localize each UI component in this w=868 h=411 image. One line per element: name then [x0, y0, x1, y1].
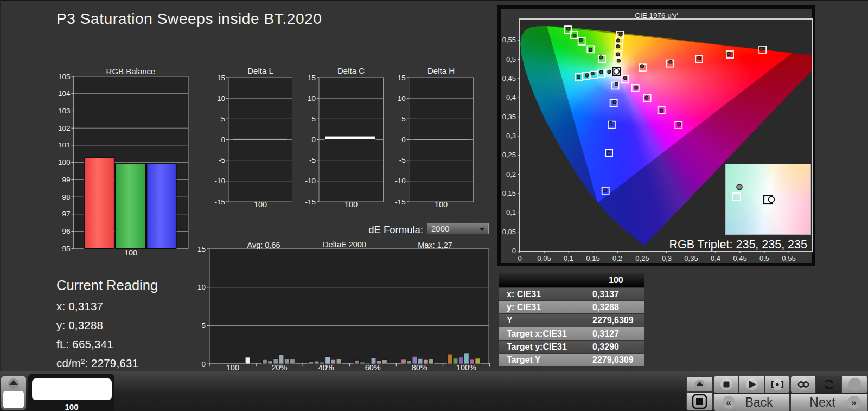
svg-text:10: 10: [308, 94, 316, 102]
svg-text:97: 97: [62, 210, 70, 218]
svg-text:105: 105: [58, 73, 71, 81]
svg-text:Next: Next: [809, 395, 835, 409]
svg-text:5: 5: [221, 115, 225, 123]
svg-text:10: 10: [398, 94, 406, 102]
svg-text:101: 101: [58, 141, 71, 149]
svg-text:Back: Back: [745, 395, 773, 409]
svg-text:5: 5: [201, 322, 206, 330]
svg-text:Delta L: Delta L: [247, 66, 273, 75]
svg-text:100: 100: [435, 200, 448, 209]
svg-text:RGB Balance: RGB Balance: [106, 67, 156, 76]
svg-text:98: 98: [62, 193, 70, 201]
svg-text:10: 10: [217, 94, 225, 102]
svg-text:15: 15: [308, 74, 316, 82]
svg-text:15: 15: [217, 74, 225, 82]
svg-text:5: 5: [311, 115, 316, 123]
svg-text:103: 103: [58, 107, 71, 115]
svg-text:-10: -10: [395, 177, 406, 185]
svg-text:«: «: [726, 397, 731, 408]
svg-text:104: 104: [58, 89, 71, 98]
svg-text:95: 95: [62, 245, 70, 253]
svg-text:10: 10: [197, 283, 206, 291]
svg-text:-5: -5: [399, 156, 406, 164]
svg-text:-15: -15: [214, 198, 225, 206]
svg-text:Delta C: Delta C: [337, 66, 365, 75]
svg-text:-15: -15: [305, 198, 316, 206]
svg-text:0: 0: [201, 360, 206, 368]
svg-text:0: 0: [221, 136, 225, 144]
svg-text:15: 15: [197, 245, 206, 253]
svg-text:5: 5: [401, 115, 406, 123]
svg-text:15: 15: [398, 74, 406, 82]
svg-text:100: 100: [344, 200, 358, 209]
svg-text:-5: -5: [219, 156, 225, 164]
svg-text:0: 0: [401, 136, 406, 144]
svg-text:»: »: [851, 397, 856, 408]
svg-text:Delta H: Delta H: [427, 66, 455, 75]
svg-text:0: 0: [311, 136, 316, 144]
svg-text:Max: 1,27: Max: 1,27: [418, 241, 452, 249]
svg-text:-15: -15: [395, 198, 406, 206]
svg-text:Avg: 0,66: Avg: 0,66: [247, 241, 280, 249]
svg-text:100: 100: [58, 158, 71, 166]
svg-text:-5: -5: [309, 156, 316, 164]
svg-text:-10: -10: [305, 177, 316, 185]
svg-text:100: 100: [254, 200, 267, 209]
svg-text:102: 102: [58, 124, 71, 132]
svg-text:100: 100: [124, 248, 137, 257]
svg-text:99: 99: [62, 176, 70, 184]
svg-text:DeltaE 2000: DeltaE 2000: [323, 240, 366, 249]
svg-text:-10: -10: [214, 177, 225, 185]
